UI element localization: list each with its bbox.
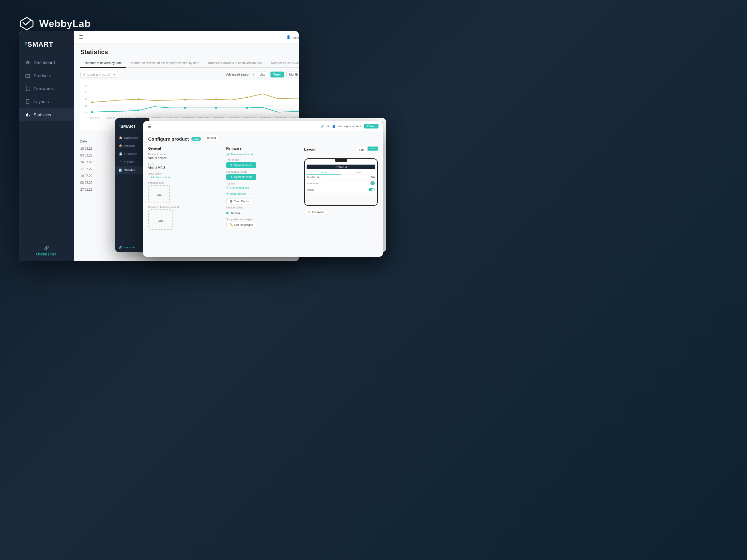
front-header: Configure product Active Restart <box>148 135 378 143</box>
connected-info-link[interactable]: ⓘ Connected info <box>226 186 300 190</box>
sidebar-back: ²SMART Dashboard Products Firmwares Layo… <box>19 31 74 261</box>
sidebar-label-layouts: Layouts <box>34 99 49 104</box>
front-body: Configure product Active Restart General… <box>143 131 383 257</box>
svg-point-20 <box>215 107 217 109</box>
front-content: Configure product Active Restart General… <box>143 131 383 257</box>
device-status-field-value: No info <box>226 210 300 215</box>
lamp-icon-test: 🖥 <box>230 164 233 167</box>
publish-btn-front[interactable]: Publish <box>364 124 379 129</box>
test-mode-field-label: Test mode <box>226 158 300 161</box>
edit-layout-top-btn[interactable]: Edit <box>356 147 368 153</box>
phone-mockup: • Product UI Sensors Statistic Bulb Bri.… <box>304 158 378 206</box>
svg-point-11 <box>91 101 93 103</box>
device-status-dot <box>226 212 229 214</box>
front-grid: General Product name Virtual device MCU … <box>148 146 378 232</box>
chart-tab-required-version[interactable]: Number of devices of the required versio… <box>126 59 204 67</box>
product-name-field-value: Virtual device <box>148 157 222 160</box>
phone-notch <box>335 159 347 162</box>
edit-languages-btn[interactable]: ✏️ Edit languages <box>226 222 256 228</box>
product-select-wrapper[interactable]: Choose a product ▾ <box>80 71 118 78</box>
hamburger-icon-back[interactable]: ☰ <box>79 34 83 40</box>
phone-mockup-wrapper: • Product UI Sensors Statistic Bulb Bri.… <box>304 157 378 207</box>
mcu-field-value: Virtual MCU <box>148 166 222 169</box>
svg-text:90: 90 <box>84 84 87 87</box>
svg-point-21 <box>246 107 248 109</box>
open-lamp-prod-btn[interactable]: 🖥 Open the lamp <box>226 174 256 180</box>
period-btn-week[interactable]: Week <box>271 72 284 77</box>
link-icon-front: 🔗 <box>320 125 324 128</box>
lock-btn[interactable]: Lock <box>367 146 378 151</box>
chip-icon <box>25 86 30 91</box>
house-icon-mid: 🏠 <box>119 136 122 139</box>
useful-links-back[interactable]: 🔗 Useful Links <box>19 241 74 261</box>
svg-text:80: 80 <box>84 90 87 93</box>
svg-point-15 <box>246 97 248 98</box>
phone-toggle[interactable] <box>368 188 375 191</box>
edit-layout-btn[interactable]: ✏️ Edit layout <box>304 209 327 215</box>
svg-point-13 <box>184 99 186 101</box>
logo-text: WebbyLab <box>39 18 91 30</box>
sidebar-item-firmwares[interactable]: Firmwares <box>19 82 74 95</box>
chart-tab-each-version[interactable]: Number of devices in each version now <box>204 59 267 67</box>
chip-icon-mid: 💾 <box>119 153 122 156</box>
add-description-link[interactable]: + Add description <box>148 176 222 179</box>
testing-field-label: Testing <box>226 182 300 185</box>
product-icon-field-label: Product icon <box>148 181 222 185</box>
page-title-statistics: Statistics <box>80 49 299 56</box>
sidebar-item-layouts[interactable]: Layouts <box>19 95 74 108</box>
search-bar-front: 🔍 <box>327 125 330 128</box>
phone-tab-statistic[interactable]: Statistic <box>341 170 376 175</box>
description-field-label: Description <box>148 172 222 175</box>
phone-row-brightness: Bulb Bri... llu... 100 <box>305 175 377 180</box>
user-icon-front: 👤 <box>332 125 336 128</box>
chart-svg: 90 80 60 40 20 <box>83 83 299 123</box>
sidebar-item-statistics[interactable]: Statistics <box>19 108 74 121</box>
topbar-user-front: admin@smart.tech <box>338 125 362 128</box>
product-select[interactable]: Choose a product <box>80 71 118 78</box>
box-icon-mid: 📦 <box>119 144 122 148</box>
phone-header: • Product UI <box>307 165 376 169</box>
svg-text:20: 20 <box>84 111 87 114</box>
advanced-search[interactable]: Advanced search <box>226 73 250 76</box>
mobile-icon <box>25 99 30 105</box>
chart-icon-mid: 📊 <box>119 169 122 172</box>
device-status-field-label: Device status <box>226 206 300 209</box>
sidebar-label-products: Products <box>34 73 51 78</box>
product-icon-upload[interactable]: ☁ <box>148 185 170 203</box>
product-photo-upload[interactable]: ☁ <box>148 209 173 230</box>
chart-controls: Choose a product ▾ Advanced search ▾ Day… <box>80 71 299 78</box>
period-btn-month[interactable]: Month <box>286 72 299 77</box>
phone-row-switch: Switch <box>305 187 377 193</box>
layout-section-title: Layout <box>304 148 315 151</box>
svg-point-17 <box>91 111 93 113</box>
layout-btn-group: Lock Edit <box>355 146 378 155</box>
chart-right-controls: Advanced search ▾ Day Week Month 📈 📊 <box>226 72 299 77</box>
supported-languages-field-label: Supported languages <box>226 218 300 221</box>
period-btn-day[interactable]: Day <box>257 72 268 77</box>
general-section-title: General <box>148 146 222 150</box>
logo-area: WebbyLab <box>19 16 91 32</box>
webbylab-logo-icon <box>19 16 35 32</box>
phone-tabs: Sensors Statistic <box>306 170 376 175</box>
svg-text:09.12.21: 09.12.21 <box>89 117 100 119</box>
open-lamp-test-btn[interactable]: 🖥 Open the lamp <box>226 162 256 168</box>
restart-btn-front[interactable]: Restart <box>204 135 220 141</box>
clear-demo-btn[interactable]: 🗑 Clear Demo <box>226 198 252 205</box>
hamburger-icon-front[interactable]: ☰ <box>148 124 152 129</box>
sidebar-item-products[interactable]: Products <box>19 69 74 82</box>
edit-icon-languages: ✏️ <box>230 223 233 226</box>
front-title: Configure product <box>148 136 189 141</box>
general-column: General Product name Virtual device MCU … <box>148 146 222 232</box>
chart-tab-users-with-devices[interactable]: Number of users with devices <box>267 59 299 67</box>
firmware-link[interactable]: 🔗 Firmware within 0 <box>226 153 300 156</box>
svg-text:60: 60 <box>84 97 87 100</box>
product-name-field-label: Product name <box>148 153 222 156</box>
blob-preview-link[interactable]: 👁 Blob preview <box>226 192 300 195</box>
svg-point-19 <box>184 107 186 109</box>
sidebar-item-dashboard[interactable]: Dashboard <box>19 56 74 69</box>
sidebar-label-firmwares: Firmwares <box>34 86 54 91</box>
clear-icon: 🗑 <box>230 200 232 203</box>
phone-tab-sensors[interactable]: Sensors <box>306 170 341 175</box>
configure-product-window-front: ☰ 🔗 🔍 👤 admin@smart.tech Publish Configu… <box>143 121 383 257</box>
chart-tab-devices-by-date[interactable]: Number of devices by date <box>80 59 126 68</box>
